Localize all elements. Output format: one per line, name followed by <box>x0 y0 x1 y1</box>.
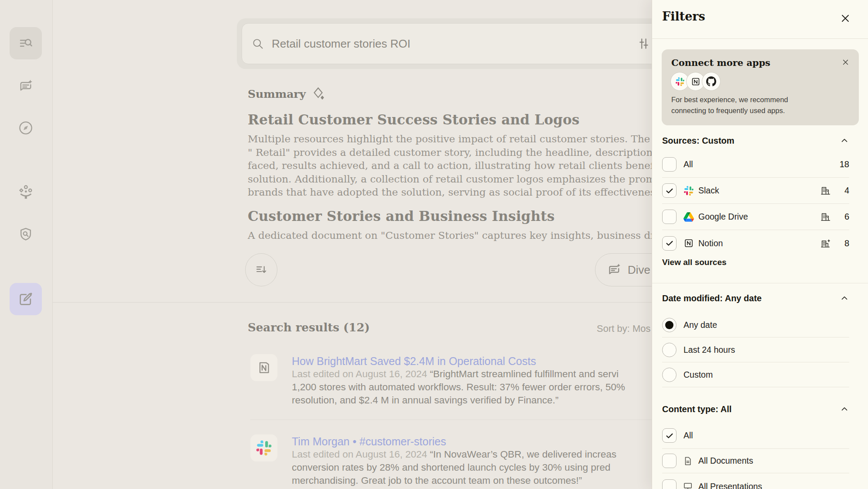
content-type-row-all-documents[interactable]: All Documents <box>662 449 849 473</box>
filters-panel: Filters Connect more apps <box>652 0 868 489</box>
collapse-summary-button[interactable] <box>245 253 277 286</box>
sparkle-icon <box>311 86 327 102</box>
sidebar-item-compose[interactable] <box>10 283 42 315</box>
date-option-last-24-hours[interactable]: Last 24 hours <box>662 337 849 362</box>
dive-button-label: Dive <box>628 263 650 277</box>
slack-icon <box>683 186 694 196</box>
source-row-slack[interactable]: Slack 4 <box>662 178 849 204</box>
checkbox[interactable] <box>662 454 677 468</box>
filter-sliders-icon[interactable] <box>637 37 651 51</box>
chat-sparkle-icon <box>18 79 34 94</box>
chevron-up-icon <box>840 404 849 414</box>
source-count: 18 <box>838 159 849 169</box>
building-icon <box>820 185 831 196</box>
content-type-row-all[interactable]: All <box>662 423 849 449</box>
app-sidebar <box>0 0 53 489</box>
content-type-row-all-presentations[interactable]: All Presentations <box>662 473 849 489</box>
building-plus-icon <box>820 238 831 249</box>
google-drive-icon <box>683 212 694 222</box>
source-row-all[interactable]: All 18 <box>662 152 849 178</box>
result-title-link[interactable]: Tim Morgan • #customer-stories <box>292 435 446 448</box>
checkbox[interactable] <box>662 210 677 224</box>
connect-app-icons <box>670 72 718 91</box>
connect-card-caption: connecting to frequently used apps. <box>671 105 785 116</box>
result-snippet-line: Last edited on August 16, 2024 “BrightMa… <box>292 368 625 381</box>
source-count: 6 <box>838 212 849 222</box>
chevron-up-icon <box>840 293 849 303</box>
building-icon <box>820 211 831 222</box>
connect-card-caption: For best experience, we recommend <box>671 94 788 105</box>
checkbox[interactable] <box>662 236 677 251</box>
radio-button[interactable] <box>662 343 677 357</box>
search-result-item: How BrightMart Saved $2.4M in Operationa… <box>292 355 625 407</box>
close-icon[interactable] <box>837 10 853 26</box>
search-result-item: Tim Morgan • #customer-stories Last edit… <box>292 435 616 487</box>
results-header: Search results (12) <box>248 321 370 334</box>
chat-sparkle-icon <box>607 262 622 277</box>
sort-by-control[interactable]: Sort by: Mos <box>597 323 650 334</box>
result-title-link[interactable]: How BrightMart Saved $2.4M in Operationa… <box>292 355 536 367</box>
summary-paragraph-2: A dedicated document on "Customer Storie… <box>248 229 664 242</box>
filters-panel-title: Filters <box>662 10 705 23</box>
result-source-tile <box>250 434 277 461</box>
result-snippet-line: Last edited on August 16, 2024 “In NovaW… <box>292 448 616 461</box>
sidebar-item-audit[interactable] <box>10 218 42 251</box>
summary-label: Summary <box>248 86 327 102</box>
result-source-tile <box>250 354 277 381</box>
result-snippet-line: resolution, and $2.4 M in annual savings… <box>292 394 625 407</box>
date-option-custom[interactable]: Custom <box>662 362 849 387</box>
sidebar-item-assistant[interactable] <box>10 70 42 103</box>
notion-icon <box>683 238 694 248</box>
list-arrow-down-icon <box>254 263 268 277</box>
result-snippet-line: merchandising. Great job to the account … <box>292 474 616 487</box>
connect-apps-card: Connect more apps <box>662 49 859 125</box>
source-row-notion[interactable]: Notion 8 <box>662 230 849 256</box>
divider <box>652 283 868 283</box>
result-snippet-line: conversion rates by 28% and shortened la… <box>292 461 616 474</box>
checkbox[interactable] <box>662 157 677 172</box>
sources-section-header[interactable]: Sources: Custom <box>662 134 849 147</box>
source-count: 4 <box>838 186 849 196</box>
presentation-icon <box>683 481 693 489</box>
search-list-icon <box>18 35 34 51</box>
checkbox[interactable] <box>662 479 677 489</box>
close-icon[interactable] <box>840 56 851 68</box>
sidebar-item-search[interactable] <box>10 27 42 59</box>
notion-icon <box>256 360 272 375</box>
divider <box>652 38 868 39</box>
date-option-any-date[interactable]: Any date <box>662 313 849 337</box>
juggle-icon <box>17 184 34 200</box>
date-modified-section-header[interactable]: Date modified: Any date <box>662 292 849 305</box>
slack-icon <box>256 440 272 456</box>
document-icon <box>683 456 693 466</box>
content-type-section-header[interactable]: Content type: All <box>662 403 849 416</box>
summary-paragraph-1: Multiple resources highlight the positiv… <box>248 132 673 199</box>
shield-search-icon <box>18 227 34 242</box>
source-count: 8 <box>838 238 849 248</box>
sidebar-item-explore[interactable] <box>10 112 42 144</box>
chevron-up-icon <box>840 136 849 145</box>
date-modified-options: Any date Last 24 hours Custom <box>662 313 849 387</box>
search-icon <box>252 38 264 50</box>
source-row-google-drive[interactable]: Google Drive 6 <box>662 204 849 230</box>
checkbox[interactable] <box>662 428 677 443</box>
compose-icon <box>17 291 34 307</box>
radio-button[interactable] <box>662 368 677 382</box>
result-snippet-line: 1,200 stores with automated workflows. R… <box>292 381 625 394</box>
summary-heading-1: Retail Customer Success Stories and Logo… <box>248 112 580 127</box>
compass-icon <box>17 120 34 136</box>
summary-heading-2: Customer Stories and Business Insights <box>248 208 555 224</box>
result-divider <box>250 420 652 420</box>
radio-button[interactable] <box>662 318 677 332</box>
view-all-sources-link[interactable]: View all sources <box>662 258 727 267</box>
search-query-text: Retail customer stories ROI <box>272 37 410 51</box>
sources-rows: All 18 Slack <box>662 152 849 256</box>
connect-card-title: Connect more apps <box>671 57 770 68</box>
content-type-rows: All All Documents All Presentations <box>662 423 849 489</box>
checkbox[interactable] <box>662 183 677 198</box>
sidebar-item-workflows[interactable] <box>10 176 42 208</box>
github-icon[interactable] <box>702 72 721 91</box>
